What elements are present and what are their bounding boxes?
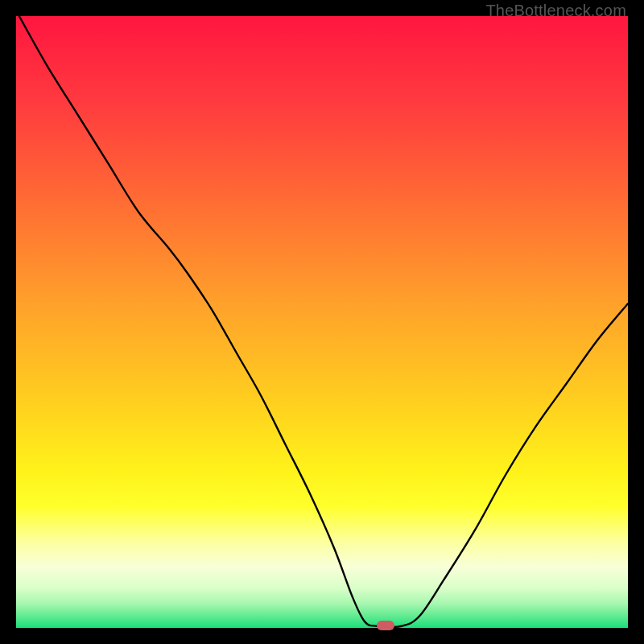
plot-area bbox=[16, 16, 628, 628]
bottleneck-curve bbox=[16, 16, 628, 628]
curve-path bbox=[19, 16, 628, 627]
optimal-point-marker bbox=[377, 621, 394, 630]
chart-frame: TheBottleneck.com bbox=[0, 0, 644, 644]
watermark-text: TheBottleneck.com bbox=[485, 2, 626, 20]
